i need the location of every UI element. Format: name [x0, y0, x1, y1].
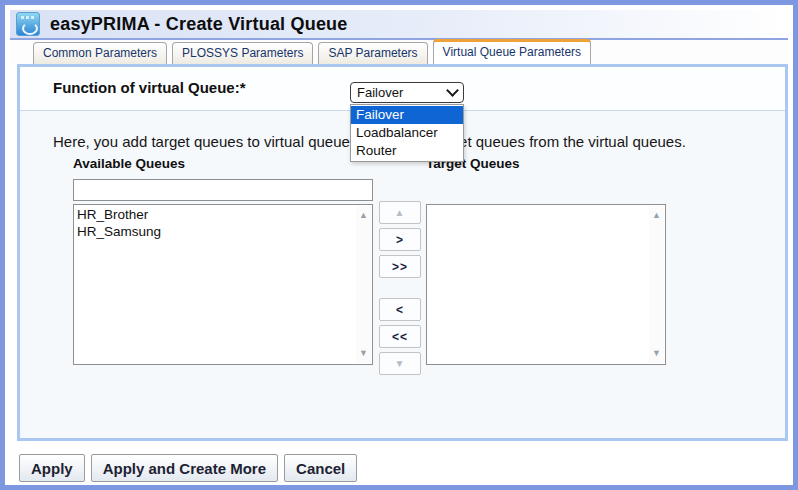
target-queues-items	[427, 205, 648, 364]
scroll-down-icon[interactable]: ▼	[356, 346, 371, 361]
footer-button-bar: Apply Apply and Create More Cancel	[19, 454, 357, 482]
remove-all-button[interactable]: <<	[379, 325, 421, 348]
transfer-buttons: ▲ > >> < << ▼	[379, 201, 421, 375]
move-up-button[interactable]: ▲	[379, 201, 421, 224]
add-selected-button[interactable]: >	[379, 228, 421, 251]
target-queues-scrollbar[interactable]: ▲ ▼	[649, 206, 664, 363]
tab-common-parameters[interactable]: Common Parameters	[33, 42, 167, 64]
tab-virtual-queue-parameters[interactable]: Virtual Queue Parameters	[433, 39, 592, 64]
scroll-up-icon[interactable]: ▲	[356, 208, 371, 223]
option-loadbalancer[interactable]: Loadbalancer	[351, 124, 463, 142]
easyprima-app-icon	[16, 12, 40, 36]
tab-strip: Common Parameters PLOSSYS Parameters SAP…	[10, 40, 788, 64]
add-all-button[interactable]: >>	[379, 255, 421, 278]
move-down-button[interactable]: ▼	[379, 352, 421, 375]
scroll-up-icon[interactable]: ▲	[649, 208, 664, 223]
apply-button[interactable]: Apply	[19, 454, 85, 482]
list-item[interactable]: HR_Samsung	[74, 223, 355, 240]
tab-sap-parameters[interactable]: SAP Parameters	[318, 42, 427, 64]
cancel-button[interactable]: Cancel	[284, 454, 357, 482]
title-bar: easyPRIMA - Create Virtual Queue	[10, 10, 788, 40]
available-queues-scrollbar[interactable]: ▲ ▼	[356, 206, 371, 363]
available-queues-items: HR_Brother HR_Samsung	[74, 205, 355, 364]
function-select-dropdown: Failover Loadbalancer Router	[350, 104, 464, 162]
available-queues-label: Available Queues	[73, 156, 185, 171]
scroll-down-icon[interactable]: ▼	[649, 346, 664, 361]
available-queues-listbox[interactable]: HR_Brother HR_Samsung ▲ ▼	[73, 204, 373, 365]
apply-and-create-more-button[interactable]: Apply and Create More	[91, 454, 278, 482]
function-select-value: Failover	[357, 85, 403, 100]
function-select[interactable]: Failover	[350, 82, 464, 103]
virtual-queue-parameters-panel: Function of virtual Queue:* Failover Fai…	[17, 64, 788, 441]
window-title: easyPRIMA - Create Virtual Queue	[50, 14, 348, 35]
option-router[interactable]: Router	[351, 142, 463, 160]
transfer-spacer	[379, 282, 421, 294]
function-of-virtual-queue-label: Function of virtual Queue:*	[53, 79, 246, 96]
available-queues-filter-input[interactable]	[73, 179, 373, 201]
remove-selected-button[interactable]: <	[379, 298, 421, 321]
chevron-down-icon	[446, 84, 459, 97]
list-item[interactable]: HR_Brother	[74, 206, 355, 223]
tab-plossys-parameters[interactable]: PLOSSYS Parameters	[172, 42, 313, 64]
target-queues-listbox[interactable]: ▲ ▼	[426, 204, 666, 365]
option-failover[interactable]: Failover	[351, 106, 463, 124]
dialog-window: easyPRIMA - Create Virtual Queue Common …	[0, 0, 798, 490]
